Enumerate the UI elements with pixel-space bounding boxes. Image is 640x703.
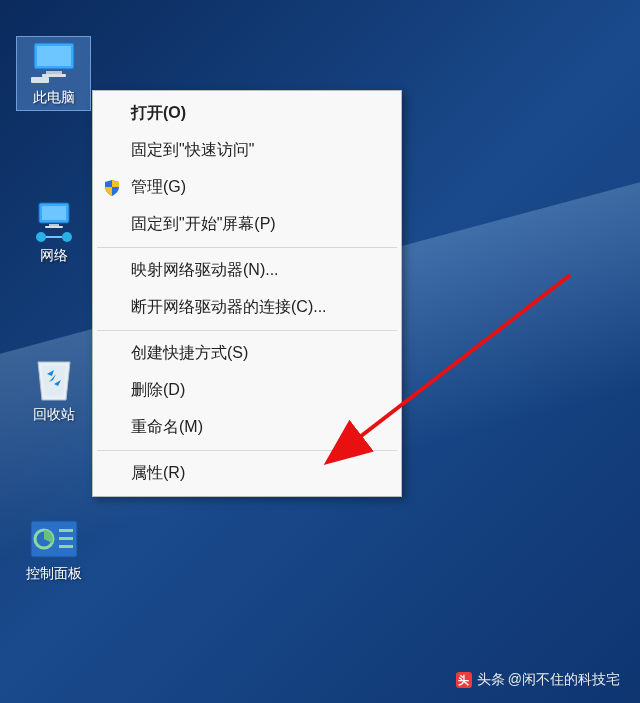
desktop-icon-this-pc[interactable]: 此电脑	[16, 36, 91, 111]
recycle-bin-icon	[29, 357, 79, 402]
menu-item-delete[interactable]: 删除(D)	[95, 372, 399, 409]
menu-item-rename[interactable]: 重命名(M)	[95, 409, 399, 446]
svg-point-9	[36, 232, 46, 242]
menu-divider	[97, 247, 397, 248]
svg-rect-7	[49, 224, 59, 226]
menu-item-label: 映射网络驱动器(N)...	[131, 260, 279, 281]
menu-item-label: 创建快捷方式(S)	[131, 343, 248, 364]
menu-item-label: 固定到"开始"屏幕(P)	[131, 214, 276, 235]
menu-item-pin-quick-access[interactable]: 固定到"快速访问"	[95, 132, 399, 169]
menu-item-properties[interactable]: 属性(R)	[95, 455, 399, 492]
control-panel-icon	[29, 516, 79, 561]
desktop-icon-label: 此电脑	[33, 89, 75, 107]
svg-rect-6	[42, 206, 66, 220]
menu-item-create-shortcut[interactable]: 创建快捷方式(S)	[95, 335, 399, 372]
svg-rect-2	[46, 71, 62, 74]
watermark-author: @闲不住的科技宅	[508, 671, 620, 689]
desktop-icon-label: 控制面板	[26, 565, 82, 583]
desktop-icon-network[interactable]: 网络	[16, 195, 91, 268]
menu-divider	[97, 330, 397, 331]
svg-rect-14	[59, 537, 73, 540]
toutiao-icon: 头	[456, 672, 472, 688]
svg-rect-1	[37, 46, 71, 66]
svg-rect-4	[31, 77, 49, 83]
menu-item-label: 断开网络驱动器的连接(C)...	[131, 297, 327, 318]
network-icon	[29, 198, 79, 243]
menu-item-manage[interactable]: 管理(G)	[95, 169, 399, 206]
menu-item-label: 删除(D)	[131, 380, 185, 401]
menu-item-open[interactable]: 打开(O)	[95, 95, 399, 132]
watermark: 头 头条 @闲不住的科技宅	[456, 671, 620, 689]
svg-rect-15	[59, 545, 73, 548]
watermark-prefix: 头条	[477, 671, 505, 689]
desktop[interactable]: 此电脑 网络 回收站	[0, 0, 640, 703]
menu-item-pin-start[interactable]: 固定到"开始"屏幕(P)	[95, 206, 399, 243]
menu-item-label: 重命名(M)	[131, 417, 203, 438]
svg-rect-3	[42, 74, 66, 77]
menu-item-label: 管理(G)	[131, 177, 186, 198]
monitor-icon	[29, 40, 79, 85]
menu-item-map-drive[interactable]: 映射网络驱动器(N)...	[95, 252, 399, 289]
desktop-icon-recycle-bin[interactable]: 回收站	[16, 354, 91, 427]
shield-icon	[103, 179, 121, 197]
svg-rect-13	[59, 529, 73, 532]
context-menu: 打开(O) 固定到"快速访问" 管理(G) 固定到"开始"屏幕(P) 映射网络驱…	[92, 90, 402, 497]
menu-item-label: 属性(R)	[131, 463, 185, 484]
svg-rect-8	[45, 226, 63, 228]
desktop-icon-control-panel[interactable]: 控制面板	[16, 513, 91, 586]
menu-item-label: 打开(O)	[131, 103, 186, 124]
menu-item-label: 固定到"快速访问"	[131, 140, 254, 161]
svg-point-10	[62, 232, 72, 242]
desktop-icon-label: 回收站	[33, 406, 75, 424]
desktop-icon-label: 网络	[40, 247, 68, 265]
menu-item-disconnect-drive[interactable]: 断开网络驱动器的连接(C)...	[95, 289, 399, 326]
menu-divider	[97, 450, 397, 451]
